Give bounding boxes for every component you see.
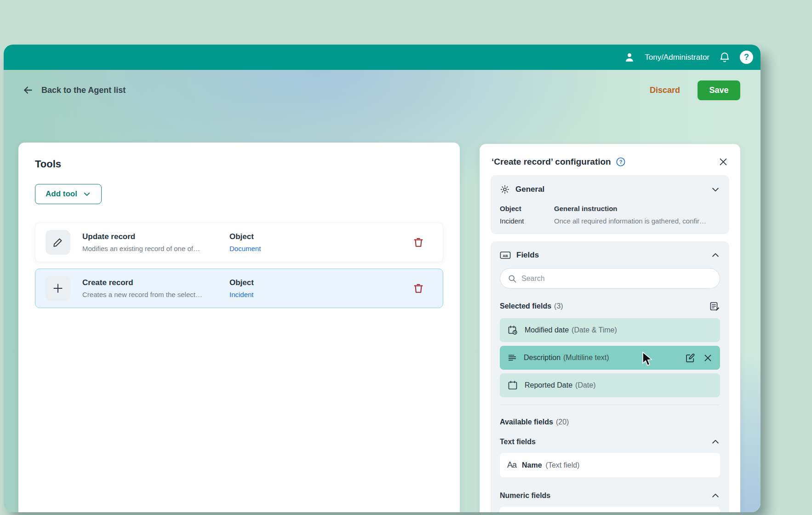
field-chip-reported-date[interactable]: Reported Date (Date) [500, 373, 720, 397]
available-field-label: Name [522, 461, 542, 469]
tool-object: Object Incident [229, 278, 412, 298]
svg-text:?: ? [619, 159, 622, 165]
tool-row-create-record[interactable]: Create record Creates a new record from … [35, 269, 443, 308]
back-arrow-icon [22, 84, 34, 96]
field-chip-name: Reported Date [525, 381, 572, 389]
tool-list: Update record Modifies an existing recor… [35, 223, 443, 308]
object-value-link[interactable]: Incident [229, 291, 412, 298]
notifications-bell-icon[interactable] [719, 52, 731, 63]
general-summary: Object General instruction Incident Once… [500, 205, 720, 225]
multiline-text-icon [507, 353, 517, 363]
numeric-fields-group-label: Numeric fields [500, 492, 550, 500]
numeric-fields-group-header[interactable]: Numeric fields [500, 491, 720, 500]
tool-info: Create record Creates a new record from … [82, 278, 220, 298]
tools-panel: Tools Add tool Update record Modifies an… [18, 143, 460, 512]
general-object-value: Incident [500, 217, 550, 225]
object-column-label: Object [229, 278, 412, 287]
config-panel-header: ‘Create record’ configuration ? [491, 154, 729, 175]
text-fields-group-label: Text fields [500, 438, 536, 446]
edit-field-icon[interactable] [685, 353, 696, 363]
chip-actions [685, 353, 713, 363]
fields-section-header[interactable]: AB Fields [500, 251, 720, 260]
general-instruction-value: Once all required information is gathere… [554, 217, 720, 225]
general-section-title: General [515, 185, 544, 194]
config-panel-title: ‘Create record’ configuration [492, 157, 611, 167]
svg-text:AB: AB [503, 254, 508, 258]
divider [500, 405, 720, 405]
close-panel-icon[interactable] [718, 157, 728, 167]
remove-field-icon[interactable] [703, 353, 713, 363]
available-field-row-cutoff[interactable] [500, 507, 720, 512]
field-chip-type: (Date & Time) [572, 326, 617, 334]
edit-selected-fields-icon[interactable] [709, 301, 720, 312]
pencil-icon [46, 230, 70, 255]
search-icon [508, 274, 517, 283]
chevron-up-icon[interactable] [711, 251, 720, 260]
field-search [500, 268, 720, 289]
field-chip-description[interactable]: Description (Multiline text) [500, 346, 720, 370]
topbar: Tony/Administrator ? [4, 45, 761, 70]
add-tool-button[interactable]: Add tool [35, 184, 102, 204]
available-fields-label: Available fields [500, 418, 553, 426]
create-record-configuration-panel: ‘Create record’ configuration ? General [480, 144, 740, 512]
selected-fields-header: Selected fields (3) [500, 301, 720, 312]
add-tool-button-label: Add tool [46, 189, 77, 199]
delete-tool-button[interactable] [412, 282, 424, 294]
username-label: Tony/Administrator [645, 53, 709, 62]
tool-info: Update record Modifies an existing recor… [82, 232, 220, 252]
app-background: Back to the Agent list Discard Save Tool… [4, 70, 761, 512]
general-section-card: General Object General instruction Incid… [491, 175, 729, 234]
plus-icon [46, 276, 70, 301]
help-icon[interactable]: ? [740, 51, 753, 64]
back-link-label: Back to the Agent list [41, 86, 126, 95]
general-section-header[interactable]: General [500, 184, 720, 195]
tool-name: Update record [82, 232, 220, 241]
field-chip-name: Description [524, 354, 560, 362]
chevron-down-icon[interactable] [711, 185, 720, 194]
save-button[interactable]: Save [698, 80, 740, 100]
general-object-label: Object [500, 205, 550, 212]
app-window: Tony/Administrator ? Back to the Agent l… [4, 45, 761, 512]
selected-fields-count: (3) [554, 302, 563, 310]
tool-name: Create record [82, 278, 220, 287]
fields-section-card: AB Fields Selected fields (3) [491, 241, 729, 512]
page-subheader: Back to the Agent list Discard Save [4, 70, 761, 110]
text-field-aa-icon: Aa [507, 460, 516, 470]
field-chip-modified-date[interactable]: Modified date (Date & Time) [500, 318, 720, 342]
field-chip-name: Modified date [525, 326, 569, 334]
field-chip-type: (Date) [575, 381, 595, 389]
field-chip-type: (Multiline text) [563, 354, 609, 362]
gear-icon [500, 184, 510, 195]
available-fields-header: Available fields (20) [500, 418, 720, 426]
config-help-icon[interactable]: ? [616, 157, 626, 167]
fields-ab-icon: AB [500, 251, 511, 260]
user-avatar-icon[interactable] [623, 52, 635, 63]
text-fields-group-header[interactable]: Text fields [500, 437, 720, 446]
calendar-icon [507, 380, 518, 391]
fields-section-title: Fields [516, 251, 539, 260]
object-column-label: Object [229, 232, 412, 241]
available-fields-count: (20) [556, 418, 569, 426]
header-actions: Discard Save [650, 80, 740, 100]
available-field-name[interactable]: Aa Name (Text field) [500, 453, 720, 477]
calendar-clock-icon [507, 325, 518, 336]
selected-fields-label: Selected fields [500, 302, 551, 310]
delete-tool-button[interactable] [412, 236, 424, 248]
available-field-type: (Text field) [546, 461, 580, 469]
chevron-down-icon [83, 190, 91, 198]
discard-button[interactable]: Discard [650, 86, 680, 95]
tool-row-update-record[interactable]: Update record Modifies an existing recor… [35, 223, 443, 262]
search-input[interactable] [521, 275, 712, 283]
chevron-up-icon[interactable] [711, 437, 720, 446]
tool-description: Creates a new record from the select… [82, 291, 220, 298]
selected-fields-list: Modified date (Date & Time) Description … [500, 318, 720, 397]
object-value-link[interactable]: Document [229, 245, 412, 252]
tool-description: Modifies an existing record of one of… [82, 245, 220, 252]
tools-panel-title: Tools [35, 158, 443, 170]
tool-object: Object Document [229, 232, 412, 252]
chevron-up-icon[interactable] [711, 491, 720, 500]
back-to-agent-list-link[interactable]: Back to the Agent list [22, 84, 126, 96]
general-instruction-label: General instruction [554, 205, 720, 212]
